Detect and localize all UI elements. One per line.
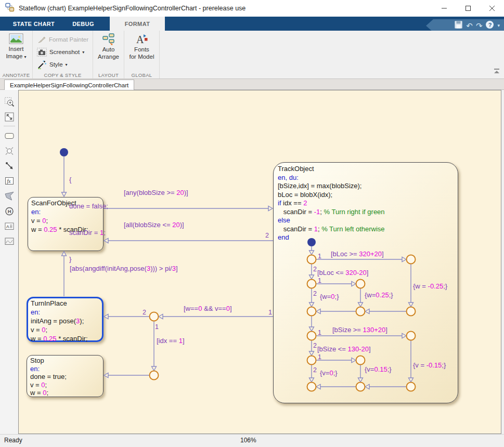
branch-order-label: 1 (318, 253, 321, 260)
fonts-label-1: Fonts (134, 46, 149, 53)
undo-icon[interactable]: ↶ (466, 22, 473, 30)
junction[interactable] (356, 356, 365, 365)
tab-state-chart[interactable]: STATE CHART (5, 17, 62, 31)
transition-label-any[interactable]: [any(blobSize >= 20)] (124, 189, 188, 196)
fit-to-view-tool[interactable] (0, 109, 18, 124)
group-label-copy-style: COPY & STYLE (33, 72, 93, 78)
redo-icon[interactable]: ↷ (476, 22, 483, 30)
transition-label-w-neg[interactable]: {w = -0.25;} (413, 282, 447, 290)
history-junction-tool[interactable]: H (0, 203, 18, 218)
stateflow-chart-icon (5, 3, 15, 14)
auto-arrange-button[interactable]: Auto Arrange (93, 33, 124, 60)
transition-all-blobsize[interactable] (104, 239, 273, 243)
function-icon: fx (4, 175, 15, 187)
junction[interactable] (407, 255, 416, 264)
initial-transition-dot[interactable] (307, 238, 316, 246)
insert-image-button[interactable]: Insert Image ▾ (0, 33, 32, 61)
annotation-tool[interactable]: A (0, 218, 18, 233)
junction[interactable] (307, 280, 316, 288)
svg-text:A: A (136, 34, 144, 45)
function-tool[interactable]: fx (0, 173, 18, 188)
transition-label-bsize-le[interactable]: [bSize <= 130-20] (317, 345, 371, 353)
junction[interactable] (150, 312, 159, 321)
maximize-button[interactable] (456, 0, 480, 17)
tab-debug[interactable]: DEBUG (68, 17, 99, 31)
style-button[interactable]: Style ▾ (37, 59, 68, 70)
close-button[interactable] (480, 0, 504, 17)
transition-label-v-pos[interactable]: {v=0.15;} (365, 365, 392, 373)
default-transition-icon (4, 160, 15, 172)
ribbon-group-layout: Auto Arrange LAYOUT (93, 31, 124, 78)
default-transition-tool[interactable] (0, 158, 18, 173)
junction[interactable] (356, 383, 365, 391)
status-text: Ready (4, 437, 22, 444)
junction[interactable] (356, 307, 365, 316)
save-icon[interactable] (454, 20, 463, 31)
svg-text:A: A (6, 224, 9, 229)
stateflow-editor-window: Stateflow (chart) ExampleHelperSignFollo… (0, 0, 504, 447)
transition-v-pos[interactable] (358, 365, 363, 382)
fonts-for-model-button[interactable]: A Fonts for Model (124, 33, 159, 60)
zoom-select-tool[interactable] (0, 94, 18, 109)
state-tool[interactable] (0, 128, 18, 143)
transition-e-h[interactable] (309, 316, 314, 331)
help-icon[interactable]: ? (485, 20, 494, 31)
collapse-ribbon-icon[interactable] (493, 67, 501, 76)
transition-any-blobsize[interactable] (104, 206, 273, 211)
chart-canvas[interactable]: ScanForObject en: v = 0; w = 0.25 * scan… (18, 90, 501, 434)
transition-label-w-zero[interactable]: {w=0;} (320, 293, 339, 300)
default-transition-inner[interactable] (309, 246, 314, 255)
image-annotation-tool[interactable] (0, 233, 18, 248)
transition-bsize-le[interactable] (316, 358, 356, 363)
junction[interactable] (307, 332, 316, 340)
transition-bsize-ge[interactable] (316, 334, 406, 338)
junction-tool[interactable] (0, 143, 18, 158)
transition-m-l[interactable] (316, 385, 356, 389)
transition-n-m[interactable] (365, 385, 406, 389)
transition-label-w-pos[interactable]: {w=0.25;} (365, 291, 393, 299)
dropdown-caret-icon[interactable]: ▾ (497, 23, 500, 28)
transition-w0-v0[interactable] (159, 314, 273, 319)
branch-order-label: 1 (318, 353, 321, 361)
transition-label-wv[interactable]: [w==0 && v==0] (184, 305, 232, 312)
branch-order-label: 2 (313, 290, 317, 297)
state-icon (4, 130, 15, 141)
default-transition[interactable] (62, 156, 67, 196)
transition-w-pos[interactable] (358, 288, 363, 307)
transition-label-bloc-ge[interactable]: [bLoc >= 320+20] (331, 250, 384, 258)
transition-g-f[interactable] (365, 309, 406, 314)
titlebar: Stateflow (chart) ExampleHelperSignFollo… (0, 0, 504, 17)
transition-f-e[interactable] (316, 309, 356, 314)
transition-label-all[interactable]: [all(blobSize <= 20)] (124, 221, 184, 229)
simulink-function-tool[interactable] (0, 188, 18, 203)
junction[interactable] (307, 255, 316, 264)
transition-label-angdiff[interactable]: [abs(angdiff(initAng,pose(3))) > pi/3] (70, 265, 178, 272)
junction[interactable] (307, 383, 316, 391)
document-tab[interactable]: ExampleHelperSignFollowingControllerChar… (4, 80, 134, 90)
transition-label-bsize-ge[interactable]: [bSize >= 130+20] (332, 326, 387, 334)
transition-label-v-zero[interactable]: {v=0;} (320, 369, 338, 377)
transition-label-bloc-le[interactable]: [bLoc <= 320-20] (317, 269, 368, 277)
transition-label-idx[interactable]: [idx == 1] (157, 337, 185, 345)
format-painter-button[interactable]: Format Painter (37, 34, 88, 45)
transition-label-v-neg[interactable]: {v = -0.15;} (413, 361, 446, 369)
junction[interactable] (407, 383, 416, 391)
screenshot-button[interactable]: Screenshot ▾ (37, 46, 84, 58)
junction[interactable] (407, 307, 416, 316)
branch-order-label: 2 (313, 266, 317, 273)
transition-angdiff[interactable] (62, 252, 67, 296)
junction[interactable] (356, 280, 365, 288)
initial-transition-dot[interactable] (60, 148, 68, 156)
transition-junction-to-stop[interactable] (104, 373, 149, 378)
tab-format[interactable]: FORMAT (110, 17, 165, 31)
junction[interactable] (307, 356, 316, 365)
minimize-button[interactable] (432, 0, 456, 17)
junction[interactable] (307, 307, 316, 316)
default-transition-label[interactable]: { done = false; scanDir = 1; } (69, 157, 108, 281)
junction[interactable] (150, 371, 159, 380)
junction[interactable] (407, 332, 416, 340)
transition-bloc-le[interactable] (316, 282, 356, 286)
dropdown-caret-icon: ▾ (66, 62, 68, 67)
fonts-label-2: for Model (130, 53, 154, 60)
image-annotation-icon (4, 235, 15, 247)
